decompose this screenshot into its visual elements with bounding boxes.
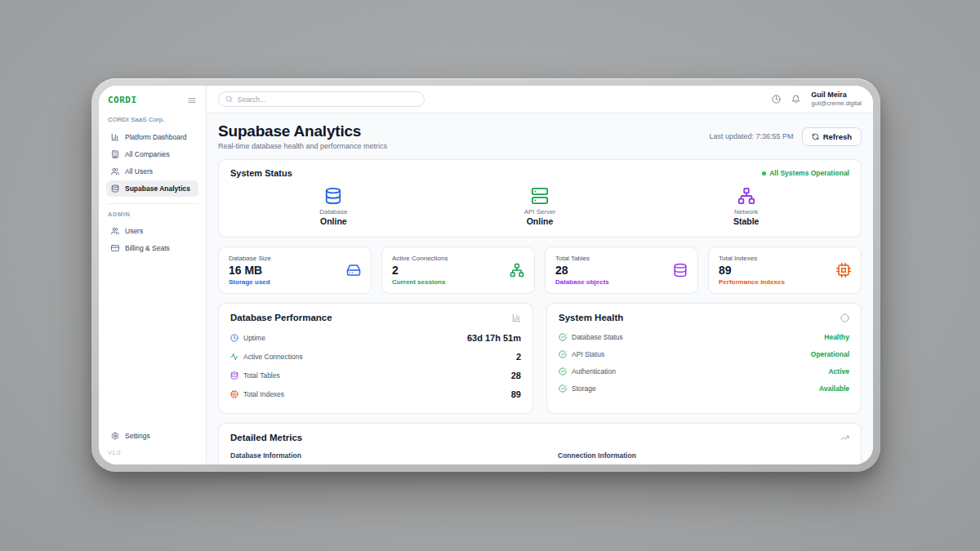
sidebar-item-settings[interactable]: Settings (106, 428, 198, 444)
cpu-icon (230, 390, 238, 398)
refresh-button[interactable]: Refresh (802, 127, 862, 146)
sidebar-item-label: All Users (125, 167, 153, 176)
row-label: Storage (572, 384, 596, 393)
metric-label: Database Size (229, 255, 271, 262)
sidebar-item-label: Platform Dashboard (125, 133, 187, 141)
metric-label: Active Connections (392, 255, 448, 262)
metric-sublabel: Performance indexes (719, 278, 785, 286)
metric-card-active-connections: Active Connections 2 Current sessions (381, 247, 535, 294)
clock-icon[interactable] (772, 95, 781, 104)
sidebar-item-supabase-analytics[interactable]: Supabase Analytics (106, 180, 198, 197)
version-label: V1.0 (108, 449, 197, 456)
sidebar-item-label: All Companies (125, 150, 170, 158)
page-subtitle: Real-time database health and performanc… (218, 142, 387, 150)
database-icon (324, 187, 342, 205)
row-value: 63d 17h 51m (467, 333, 521, 343)
user-name: Guil Meira (811, 91, 862, 100)
row-value: 89 (511, 389, 521, 399)
org-label: CORDI SaaS Corp. (108, 116, 197, 123)
health-row-storage: Storage Available (559, 380, 849, 397)
row-value: Operational (811, 350, 849, 358)
app-window: CORDI CORDI SaaS Corp. Platform Dashboar… (91, 78, 880, 472)
users-icon (111, 167, 119, 176)
performance-row-total-tables: Total Tables 28 (230, 366, 521, 384)
system-status-card: System Status All Systems Operational Da… (218, 159, 862, 238)
row-value: Available (819, 384, 849, 393)
detailed-metrics-card: Detailed Metrics Database Information Da… (218, 423, 862, 464)
network-icon (510, 263, 524, 278)
page-header-actions: Last updated: 7:36:55 PM Refresh (710, 127, 862, 146)
refresh-icon (812, 133, 819, 140)
menu-icon[interactable] (187, 96, 197, 105)
metric-value: 28 (555, 264, 609, 277)
metric-card-total-tables: Total Tables 28 Database objects (545, 247, 698, 294)
metric-label: Total Indexes (719, 255, 785, 262)
topbar-right: Guil Meira guil@creme.digital (772, 91, 862, 108)
search-input[interactable] (238, 96, 417, 104)
column-header: Connection Information (558, 451, 849, 460)
server-icon (531, 187, 549, 205)
search-icon (225, 96, 233, 103)
sidebar-item-platform-dashboard[interactable]: Platform Dashboard (106, 129, 198, 145)
performance-row-active-connections: Active Connections 2 (230, 347, 521, 366)
status-label: Network (734, 208, 758, 216)
row-label: Uptime (243, 334, 265, 342)
health-header: System Health (559, 313, 849, 322)
status-col-database: Database Online (230, 187, 437, 226)
performance-row-total-indexes: Total Indexes 89 (230, 384, 521, 403)
health-row-authentication: Authentication Active (559, 362, 849, 380)
sidebar-item-users[interactable]: Users (106, 223, 198, 239)
metric-text: Database Size 16 MB Storage used (229, 255, 271, 286)
metric-value: 2 (392, 264, 448, 277)
health-row-api-status: API Status Operational (559, 345, 849, 362)
trending-up-icon (840, 433, 849, 442)
system-status-header: System Status All Systems Operational (230, 168, 849, 178)
metric-card-total-indexes: Total Indexes 89 Performance indexes (708, 247, 862, 294)
sidebar-item-all-users[interactable]: All Users (106, 163, 198, 180)
system-health-card: System Health Data (546, 303, 862, 414)
health-title: System Health (559, 313, 623, 322)
status-label: Database (319, 208, 347, 216)
metric-label: Total Tables (555, 255, 609, 262)
status-value: Stable (733, 216, 760, 226)
bar-chart-icon (512, 313, 521, 322)
row-value: 2 (516, 352, 521, 362)
refresh-button-label: Refresh (823, 132, 852, 141)
metric-cards: Database Size 16 MB Storage used Active … (218, 247, 862, 294)
sidebar-item-all-companies[interactable]: All Companies (106, 146, 198, 162)
sidebar-item-label: Billing & Seats (125, 244, 170, 252)
metric-value: 89 (719, 264, 785, 277)
metric-text: Total Indexes 89 Performance indexes (719, 255, 785, 286)
performance-header: Database Performance (230, 313, 521, 322)
row-value: Active (828, 367, 849, 375)
metric-sublabel: Current sessions (392, 278, 448, 286)
user-menu[interactable]: Guil Meira guil@creme.digital (811, 91, 862, 108)
metric-card-database-size: Database Size 16 MB Storage used (218, 247, 372, 294)
sidebar-header: CORDI (106, 95, 198, 105)
system-status-title: System Status (230, 168, 292, 178)
admin-section-label: ADMIN (108, 211, 197, 218)
page-title-block: Supabase Analytics Real-time database he… (218, 122, 387, 150)
status-col-network: Network Stable (643, 187, 849, 226)
sidebar-divider (106, 203, 198, 204)
status-value: Online (320, 216, 347, 226)
column-header: Database Information (230, 451, 522, 460)
row-label: Database Status (572, 333, 623, 341)
page-content: Supabase Analytics Real-time database he… (207, 113, 873, 464)
topbar: Guil Meira guil@creme.digital (207, 86, 873, 113)
performance-rows: Uptime 63d 17h 51m Active Connections (230, 328, 521, 403)
bell-icon[interactable] (791, 95, 800, 104)
database-information-column: Database Information Database Size: 16 M… (230, 451, 522, 464)
clock-icon (230, 334, 238, 342)
cpu-icon (836, 263, 851, 278)
user-email: guil@creme.digital (811, 100, 862, 107)
metric-value: 16 MB (229, 264, 271, 277)
building-icon (111, 150, 119, 158)
metric-text: Active Connections 2 Current sessions (392, 255, 448, 286)
page-title: Supabase Analytics (218, 122, 387, 140)
sidebar-spacer (106, 257, 198, 428)
sidebar-item-billing-seats[interactable]: Billing & Seats (106, 240, 198, 256)
search-box[interactable] (218, 91, 425, 107)
connection-information-column: Connection Information Active Connection… (558, 451, 849, 464)
bar-chart-icon (111, 133, 119, 141)
